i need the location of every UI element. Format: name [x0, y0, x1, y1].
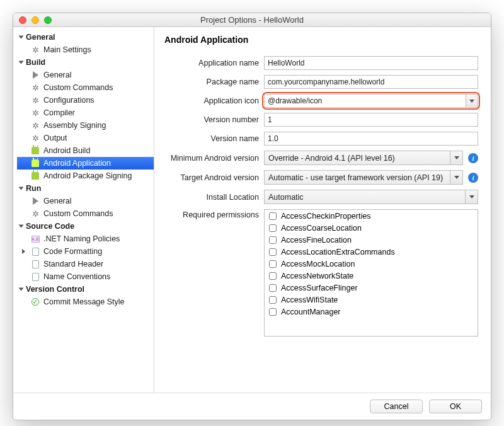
document-icon — [31, 260, 40, 268]
chevron-right-icon — [22, 249, 25, 254]
label-application-icon: Application icon — [164, 96, 259, 105]
label-version-number: Version number — [164, 115, 259, 124]
sidebar-item-build-general[interactable]: General — [17, 69, 154, 81]
gear-icon: ✲ — [31, 96, 40, 105]
titlebar[interactable]: Project Options - HelloWorld — [13, 13, 491, 27]
gear-icon: ✲ — [31, 121, 40, 130]
permissions-list[interactable]: AccessCheckinProperties AccessCoarseLoca… — [264, 209, 478, 337]
permission-checkbox[interactable] — [269, 236, 277, 244]
chevron-down-icon — [19, 187, 24, 190]
sidebar-group-general[interactable]: General — [17, 31, 154, 43]
dropdown-button[interactable] — [466, 94, 478, 108]
sidebar-group-build[interactable]: Build — [17, 56, 154, 69]
sidebar-item-code-formatting[interactable]: Code Formatting — [17, 245, 154, 258]
sidebar-item-run-general[interactable]: General — [17, 195, 154, 207]
sidebar-item-assembly-signing[interactable]: ✲Assembly Signing — [17, 119, 154, 132]
android-icon — [31, 159, 40, 168]
category-sidebar: General ✲Main Settings Build General ✲Cu… — [13, 27, 154, 393]
install-location-select[interactable]: Automatic — [264, 190, 478, 204]
sidebar-item-android-package-signing[interactable]: Android Package Signing — [17, 170, 154, 182]
sidebar-item-android-application[interactable]: Android Application — [17, 157, 154, 170]
permission-item[interactable]: AccessCoarseLocation — [265, 222, 478, 234]
ok-button[interactable]: OK — [429, 400, 482, 413]
dropdown-button[interactable] — [465, 190, 478, 204]
permission-checkbox[interactable] — [269, 260, 277, 268]
label-application-name: Application name — [164, 59, 259, 67]
gear-icon: ✲ — [31, 209, 40, 218]
caret-down-icon — [469, 100, 474, 103]
document-icon — [31, 272, 40, 281]
caret-down-icon — [454, 176, 459, 179]
sidebar-group-run[interactable]: Run — [17, 182, 154, 195]
chevron-down-icon — [19, 61, 24, 64]
dropdown-button[interactable] — [450, 171, 462, 184]
sidebar-item-run-custom-commands[interactable]: ✲Custom Commands — [17, 207, 154, 220]
sidebar-item-custom-commands[interactable]: ✲Custom Commands — [17, 81, 154, 94]
sidebar-item-naming-policies[interactable]: A.B.NET Naming Policies — [17, 233, 154, 245]
sidebar-item-android-build[interactable]: Android Build — [17, 144, 154, 157]
permission-item[interactable]: AccessNetworkState — [265, 270, 478, 282]
permission-item[interactable]: AccessLocationExtraCommands — [265, 246, 478, 258]
check-circle-icon: ✓ — [31, 297, 40, 306]
permission-checkbox[interactable] — [269, 212, 277, 220]
permission-checkbox[interactable] — [269, 284, 277, 292]
sidebar-item-configurations[interactable]: ✲Configurations — [17, 94, 154, 106]
minimum-version-select[interactable]: Override - Android 4.1 (API level 16) — [264, 151, 463, 165]
chevron-down-icon — [19, 36, 24, 39]
sidebar-item-main-settings[interactable]: ✲Main Settings — [17, 43, 154, 56]
sidebar-item-compiler[interactable]: ✲Compiler — [17, 106, 154, 119]
sidebar-item-standard-header[interactable]: Standard Header — [17, 258, 154, 270]
sidebar-item-commit-message-style[interactable]: ✓Commit Message Style — [17, 296, 154, 308]
permission-item[interactable]: AccessWifiState — [265, 294, 478, 306]
label-package-name: Package name — [164, 78, 259, 86]
label-version-name: Version name — [164, 134, 259, 143]
permission-item[interactable]: AccessMockLocation — [265, 258, 478, 270]
cancel-button[interactable]: Cancel — [370, 400, 423, 413]
chevron-down-icon — [19, 225, 24, 228]
play-icon — [31, 197, 40, 205]
play-icon — [31, 71, 40, 79]
sidebar-item-output[interactable]: ✲Output — [17, 132, 154, 144]
gear-icon: ✲ — [31, 108, 40, 117]
page-title: Android Application — [164, 35, 478, 45]
permission-item[interactable]: AccessFineLocation — [265, 234, 478, 246]
permission-checkbox[interactable] — [269, 272, 277, 280]
application-name-input[interactable] — [264, 56, 478, 70]
project-options-dialog: Project Options - HelloWorld General ✲Ma… — [13, 13, 491, 420]
application-icon-input[interactable] — [264, 94, 466, 108]
gear-icon: ✲ — [31, 83, 40, 92]
gear-icon: ✲ — [31, 134, 40, 142]
main-panel: Android Application Application name Pac… — [154, 27, 491, 393]
version-name-input[interactable] — [264, 132, 478, 146]
gear-icon: ✲ — [31, 45, 40, 54]
package-name-input[interactable] — [264, 75, 478, 89]
label-required-permissions: Required permissions — [164, 209, 259, 219]
window-title: Project Options - HelloWorld — [13, 15, 491, 25]
target-version-select[interactable]: Automatic - use target framework version… — [264, 170, 463, 185]
permission-item[interactable]: AccessCheckinProperties — [265, 210, 478, 222]
label-install-location: Install Location — [164, 193, 259, 202]
info-icon[interactable]: i — [468, 153, 478, 163]
dialog-footer: Cancel OK — [13, 393, 491, 420]
caret-down-icon — [469, 195, 474, 199]
sidebar-item-name-conventions[interactable]: Name Conventions — [17, 270, 154, 283]
dropdown-button[interactable] — [450, 151, 462, 164]
abc-icon: A.B — [31, 234, 40, 243]
permission-item[interactable]: AccessSurfaceFlinger — [265, 282, 478, 294]
android-icon — [31, 146, 40, 155]
label-minimum-version: Minimum Android version — [164, 154, 259, 163]
permission-checkbox[interactable] — [269, 308, 277, 316]
sidebar-group-version-control[interactable]: Version Control — [17, 283, 154, 296]
permission-checkbox[interactable] — [269, 248, 277, 256]
version-number-input[interactable] — [264, 113, 478, 127]
info-icon[interactable]: i — [468, 173, 478, 183]
document-icon — [31, 247, 40, 256]
permission-item[interactable]: AccountManager — [265, 306, 478, 318]
application-icon-combo[interactable] — [264, 94, 478, 108]
chevron-down-icon — [19, 288, 24, 291]
label-target-version: Target Android version — [164, 173, 259, 182]
sidebar-group-source-code[interactable]: Source Code — [17, 220, 154, 233]
permission-checkbox[interactable] — [269, 224, 277, 232]
permission-checkbox[interactable] — [269, 296, 277, 304]
android-icon — [31, 171, 40, 180]
